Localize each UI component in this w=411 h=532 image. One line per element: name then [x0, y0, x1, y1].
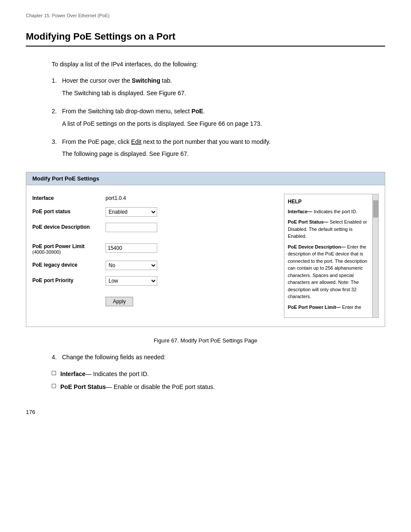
form-row-power-limit: PoE port Power Limit (4000-30900) [32, 243, 275, 255]
label-poe-desc: PoE device Description [32, 223, 106, 230]
step-2-content: From the Switching tab drop-down menu, s… [62, 106, 385, 131]
help-section-power: PoE Port Power Limit— Enter the [288, 304, 370, 311]
bullet-text-interface: Interface— Indicates the port ID. [60, 369, 149, 379]
figure-content: Interface port1.0.4 PoE port status Enab… [26, 185, 385, 327]
step-1: 1. Hover the cursor over the Switching t… [52, 76, 385, 100]
form-row-poe-status: PoE port status Enabled Disabled [32, 207, 275, 217]
steps-list: 1. Hover the cursor over the Switching t… [52, 76, 385, 161]
step-3-text-before: From the PoE page, click [62, 138, 131, 145]
select-legacy[interactable]: No Yes [106, 261, 157, 270]
label-legacy: PoE legacy device [32, 261, 106, 268]
step-4-block: 4. Change the following fields as needed… [52, 352, 385, 362]
bullet-item-interface: Interface— Indicates the port ID. [52, 369, 385, 379]
step-3-num: 3. [52, 137, 62, 162]
step-2-bold: PoE [191, 108, 203, 115]
figure-caption: Figure 67. Modify Port PoE Settings Page [26, 337, 385, 344]
form-row-legacy: PoE legacy device No Yes [32, 261, 275, 270]
help-section-interface: Interface— Indicates the port ID. [288, 208, 370, 215]
help-power-title: PoE Port Power Limit— [288, 305, 341, 310]
step-4-content: Change the following fields as needed: [62, 352, 385, 362]
apply-button[interactable]: Apply [106, 297, 133, 306]
label-interface: Interface [32, 194, 106, 201]
input-poe-desc[interactable] [106, 223, 157, 232]
step-3-text-after: next to the port number that you want to… [141, 138, 270, 145]
step-1-bold: Switching [132, 77, 160, 84]
label-power-limit-sub: (4000-30900) [32, 249, 106, 255]
step-1-text-after: tab. [160, 77, 172, 84]
step-3-sub: The following page is displayed. See Fig… [62, 149, 385, 159]
bullet-icon-poe-status [52, 384, 56, 388]
help-desc-title: PoE Device Description— [288, 244, 346, 249]
bullet-item-poe-status: PoE Port Status— Enable or disable the P… [52, 382, 385, 392]
help-scrollbar[interactable] [372, 194, 378, 318]
value-interface: port1.0.4 [106, 194, 126, 201]
bullet-text-poe-status: PoE Port Status— Enable or disable the P… [60, 382, 215, 392]
step-3-content: From the PoE page, click Edit next to th… [62, 137, 385, 162]
label-poe-status: PoE port status [32, 207, 106, 215]
label-power-limit: PoE port Power Limit [32, 243, 106, 249]
figure-title-bar: Modify Port PoE Settings [26, 172, 385, 185]
select-priority[interactable]: Low High Critical [106, 276, 157, 286]
page-number: 176 [26, 409, 385, 415]
step-1-content: Hover the cursor over the Switching tab.… [62, 76, 385, 100]
page-title: Modifying PoE Settings on a Port [26, 31, 385, 47]
help-section-desc: PoE Device Description— Enter the descri… [288, 243, 370, 300]
help-section-status: PoE Port Status— Select Enabled or Disab… [288, 218, 370, 240]
label-priority: PoE port Priority [32, 276, 106, 283]
help-interface-title: Interface— [288, 209, 312, 214]
figure-box: Modify Port PoE Settings Interface port1… [26, 172, 385, 327]
apply-row: Apply [106, 292, 275, 306]
help-scrollbar-thumb [373, 200, 378, 218]
step-1-text-before: Hover the cursor over the [62, 77, 132, 84]
help-status-title: PoE Port Status— [288, 219, 328, 224]
chapter-header: Chapter 15: Power Over Ethernet (PoE) [26, 13, 385, 18]
bullet-icon-interface [52, 371, 56, 375]
form-panel: Interface port1.0.4 PoE port status Enab… [32, 194, 275, 318]
step-1-num: 1. [52, 76, 62, 100]
step-4-num: 4. [52, 352, 62, 362]
step-2: 2. From the Switching tab drop-down menu… [52, 106, 385, 131]
step-2-sub: A list of PoE settings on the ports is d… [62, 119, 385, 128]
step-3: 3. From the PoE page, click Edit next to… [52, 137, 385, 162]
step-4: 4. Change the following fields as needed… [52, 352, 385, 362]
form-row-priority: PoE port Priority Low High Critical [32, 276, 275, 286]
step-2-num: 2. [52, 106, 62, 131]
intro-text: To display a list of the IPv4 interfaces… [52, 59, 385, 69]
help-content: HELP Interface— Indicates the port ID. P… [284, 194, 378, 318]
step-1-sub: The Switching tab is displayed. See Figu… [62, 88, 385, 98]
form-row-interface: Interface port1.0.4 [32, 194, 275, 201]
help-title: HELP [288, 198, 370, 205]
bullet-list: Interface— Indicates the port ID. PoE Po… [52, 369, 385, 392]
help-panel: HELP Interface— Indicates the port ID. P… [284, 194, 379, 318]
help-desc-text: Enter the description of the PoE device … [288, 244, 367, 299]
step-3-edit-link[interactable]: Edit [131, 138, 141, 145]
step-2-text-before: From the Switching tab drop-down menu, s… [62, 108, 191, 115]
help-power-text: Enter the [342, 305, 361, 310]
form-row-poe-desc: PoE device Description [32, 223, 275, 232]
select-poe-status[interactable]: Enabled Disabled [106, 207, 157, 217]
input-power-limit[interactable] [106, 243, 157, 253]
help-interface-text: Indicates the port ID. [314, 209, 358, 214]
step-2-text-after: . [203, 108, 205, 115]
